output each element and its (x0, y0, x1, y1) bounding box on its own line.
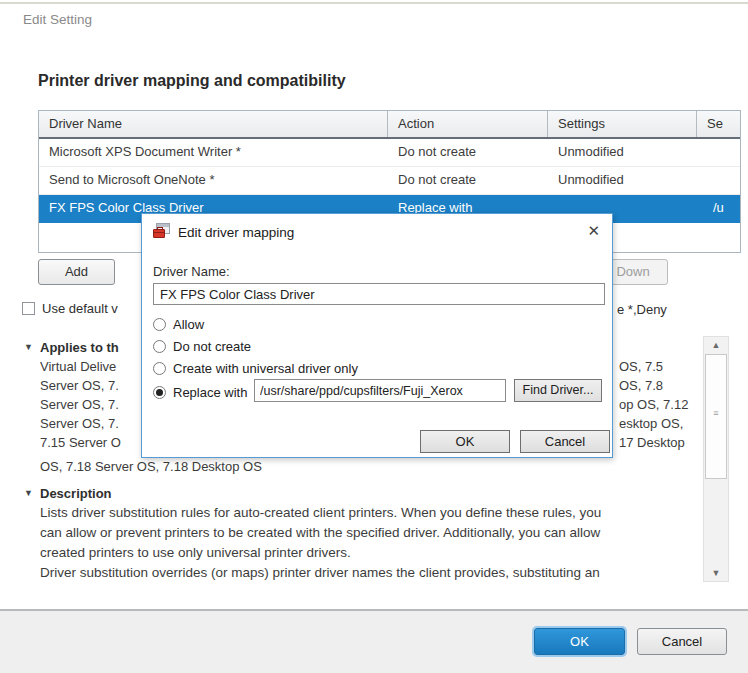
description-line: Lists driver substitution rules for auto… (40, 505, 601, 520)
table-header-row: Driver Name Action Settings Se (39, 111, 740, 139)
dialog-cancel-button[interactable]: Cancel (520, 430, 610, 453)
radio-selected-icon[interactable] (153, 386, 166, 399)
find-driver-button[interactable]: Find Driver... (514, 379, 602, 402)
cell-server (697, 167, 740, 194)
column-header-settings[interactable]: Settings (548, 111, 697, 137)
description-line: can allow or prevent printers to be crea… (40, 525, 600, 540)
radio-option-do-not-create[interactable]: Do not create (153, 339, 251, 355)
radio-label: Create with universal driver only (173, 361, 358, 376)
applies-to-collapse-icon[interactable]: ▼ (24, 342, 33, 352)
applies-line-right: OS, 7.5 (619, 359, 663, 374)
radio-option-universal-only[interactable]: Create with universal driver only (153, 361, 358, 377)
replace-path-input[interactable] (254, 379, 506, 402)
radio-label: Do not create (173, 339, 251, 354)
column-header-server[interactable]: Se (697, 111, 740, 137)
table-row[interactable]: Microsoft XPS Document Writer * Do not c… (39, 139, 740, 167)
cell-server (697, 139, 740, 166)
table-row[interactable]: Send to Microsoft OneNote * Do not creat… (39, 167, 740, 195)
applies-line: Server OS, 7. (40, 378, 119, 393)
page-title: Printer driver mapping and compatibility (38, 72, 346, 90)
footer-bar (0, 609, 748, 673)
radio-icon[interactable] (153, 340, 166, 353)
radio-option-allow[interactable]: Allow (153, 317, 204, 333)
dialog-title: Edit driver mapping (178, 225, 294, 240)
content-scrollbar[interactable]: ▲ ≡ ▼ (703, 336, 729, 582)
use-default-label-right: e *,Deny (617, 302, 667, 317)
radio-label: Replace with (173, 385, 247, 400)
cell-action: Do not create (388, 167, 548, 194)
scrollbar-thumb[interactable]: ≡ (705, 354, 727, 479)
cell-settings: Unmodified (548, 139, 697, 166)
description-title[interactable]: Description (40, 486, 112, 501)
radio-icon[interactable] (153, 362, 166, 375)
add-button[interactable]: Add (38, 259, 115, 285)
applies-line: Server OS, 7. (40, 397, 119, 412)
applies-line-right: OS, 7.8 (619, 378, 663, 393)
use-default-label: Use default v (42, 301, 118, 316)
column-header-driver-name[interactable]: Driver Name (39, 111, 388, 137)
edit-setting-window: Edit Setting Printer driver mapping and … (0, 0, 748, 673)
close-icon[interactable]: ✕ (587, 222, 600, 240)
scroll-down-icon[interactable]: ▼ (704, 565, 728, 581)
use-default-checkbox[interactable] (22, 302, 35, 315)
applies-last-line: OS, 7.18 Server OS, 7.18 Desktop OS (40, 459, 262, 474)
description-collapse-icon[interactable]: ▼ (24, 488, 33, 498)
applies-line: Virtual Delive (40, 359, 116, 374)
cancel-button[interactable]: Cancel (637, 628, 727, 655)
description-line: created printers to use only universal p… (40, 545, 351, 560)
driver-name-label: Driver Name: (153, 264, 230, 279)
radio-option-replace-with[interactable]: Replace with (153, 385, 247, 401)
scrollbar-grip-icon: ≡ (706, 409, 726, 418)
window-top-divider (0, 2, 748, 4)
description-line: Driver substitution overrides (or maps) … (40, 565, 600, 580)
applies-line-right: 17 Desktop (619, 435, 685, 450)
applies-line-right: esktop OS, (619, 416, 683, 431)
dialog-ok-button[interactable]: OK (420, 430, 510, 453)
applies-line: Server OS, 7. (40, 416, 119, 431)
cell-server: /u (697, 195, 740, 222)
driver-name-input[interactable] (153, 283, 605, 305)
column-header-action[interactable]: Action (388, 111, 548, 137)
cell-driver-name: Microsoft XPS Document Writer * (39, 139, 388, 166)
cell-settings: Unmodified (548, 167, 697, 194)
cell-action: Do not create (388, 139, 548, 166)
window-title: Edit Setting (23, 12, 92, 27)
driver-mapping-icon (153, 223, 171, 240)
scroll-up-icon[interactable]: ▲ (704, 337, 728, 353)
edit-driver-mapping-dialog: Edit driver mapping ✕ Driver Name: Allow… (141, 213, 613, 458)
cell-driver-name: Send to Microsoft OneNote * (39, 167, 388, 194)
radio-icon[interactable] (153, 318, 166, 331)
applies-line: 7.15 Server O (40, 435, 121, 450)
radio-label: Allow (173, 317, 204, 332)
applies-to-title[interactable]: Applies to th (40, 340, 119, 355)
ok-button[interactable]: OK (534, 628, 625, 655)
applies-line-right: op OS, 7.12 (619, 397, 688, 412)
